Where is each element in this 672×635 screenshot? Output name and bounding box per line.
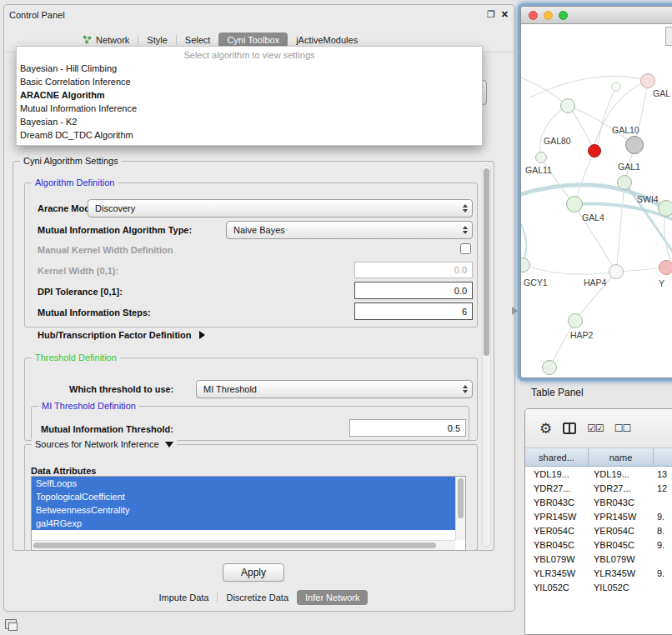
sources-expander[interactable]: Sources for Network Inference [32, 439, 177, 449]
attribute-item[interactable]: BetweennessCentrality [32, 503, 455, 517]
attribute-item[interactable]: TopologicalCoefficient [32, 490, 455, 503]
restore-panel-icon[interactable] [5, 619, 17, 629]
mi-threshold-field[interactable] [349, 419, 466, 437]
gear-icon[interactable]: ⚙ [539, 422, 552, 436]
dropdown-option[interactable]: Bayesian - Hill Climbing [17, 62, 482, 75]
aracne-mode-value: Discovery [95, 203, 135, 213]
settings-scrollbar[interactable] [482, 165, 491, 547]
table-row[interactable]: YDL19... YDL19... 13 [525, 467, 672, 481]
splitter-collapse-handle[interactable] [512, 307, 518, 315]
cell-name: YBL079W [589, 552, 654, 566]
network-node[interactable] [535, 152, 547, 163]
node-label-partial: Y [659, 278, 664, 288]
stepper-arrows-icon [463, 385, 468, 393]
window-close-button[interactable] [529, 11, 538, 20]
threshold-definition-title: Threshold Definition [32, 352, 120, 362]
column-header-name[interactable]: name [589, 448, 654, 466]
table-panel-title: Table Panel [531, 387, 584, 398]
window-zoom-button[interactable] [559, 11, 568, 20]
dpi-tolerance-field[interactable] [354, 282, 473, 299]
tab-infer-network-label: Infer Network [305, 592, 359, 602]
node-label-hap2: HAP2 [570, 330, 593, 340]
mi-algorithm-type-label: Mutual Information Algorithm Type: [38, 225, 192, 235]
table-row[interactable]: YLR345W YLR345W 9. [525, 566, 672, 580]
aracne-mode-select[interactable]: Discovery [88, 199, 473, 218]
dropdown-option[interactable]: Mutual Information Inference [17, 102, 482, 115]
kernel-width-field[interactable] [354, 262, 473, 278]
kernel-width-label: Kernel Width (0,1): [38, 266, 118, 276]
cell-value: 8. [654, 523, 672, 538]
dropdown-option[interactable]: Bayesian - K2 [17, 115, 482, 128]
table-header: shared... name [525, 448, 672, 467]
network-window-focus-ring: GAL80 GAL10 GAL11 GAL1 SWI4 GAL4 GCY1 HA… [518, 3, 672, 381]
tab-discretize-data[interactable]: Discretize Data [218, 590, 297, 605]
network-node-pink[interactable] [640, 73, 655, 88]
dropdown-option[interactable]: Dream8 DC_TDC Algorithm [17, 128, 482, 142]
cell-value [654, 580, 672, 594]
cell-shared-name: YBR043C [525, 495, 589, 509]
columns-icon[interactable] [563, 422, 576, 434]
table-row[interactable]: YER054C YER054C 8. [525, 523, 672, 538]
column-header-partial[interactable] [654, 448, 672, 466]
tab-network-label: Network [96, 35, 129, 45]
list-horizontal-scrollbar[interactable] [32, 540, 455, 550]
tab-impute-data[interactable]: Impute Data [151, 590, 218, 605]
network-toolbar-fragment[interactable] [665, 27, 672, 46]
manual-kernel-label: Manual Kernel Width Definition [38, 245, 173, 255]
network-node-hap4[interactable] [609, 264, 624, 279]
tab-infer-network[interactable]: Infer Network [297, 590, 368, 605]
deselect-all-checkboxes-icon[interactable]: ☐☐ [614, 422, 631, 434]
table-row[interactable]: YBL079W YBL079W [525, 552, 672, 566]
table-row[interactable]: YIL052C YIL052C [525, 580, 672, 594]
cell-name: YDL19... [589, 467, 654, 481]
network-node[interactable] [611, 82, 621, 92]
network-node-selected-red[interactable] [588, 144, 601, 158]
node-label-gal4: GAL4 [582, 212, 604, 222]
dropdown-option-selected[interactable]: ARACNE Algorithm [17, 88, 482, 102]
manual-kernel-checkbox[interactable] [460, 243, 471, 254]
cell-name: YBR045C [589, 538, 654, 552]
network-node-gal1[interactable] [617, 175, 632, 190]
table-row[interactable]: YPR145W YPR145W 9. [525, 509, 672, 523]
node-label-gal11: GAL11 [525, 165, 552, 175]
network-node[interactable] [542, 360, 557, 375]
network-node-gal80[interactable] [560, 98, 575, 113]
select-all-checkboxes-icon[interactable]: ☑☑ [587, 422, 604, 434]
scrollbar-thumb[interactable] [484, 168, 489, 356]
network-canvas[interactable]: GAL80 GAL10 GAL11 GAL1 SWI4 GAL4 GCY1 HA… [521, 24, 672, 378]
expander-collapsed-icon [199, 331, 205, 339]
tab-cyni-toolbox-label: Cyni Toolbox [227, 35, 279, 45]
cell-shared-name: YDR27... [525, 481, 589, 495]
attribute-item[interactable]: SelfLoops [32, 477, 455, 490]
table-panel: ⚙ ☑☑ ☐☐ shared... name YDL19... YDL19...… [524, 408, 672, 635]
cell-shared-name: YIL052C [525, 580, 589, 594]
network-window-titlebar[interactable] [521, 7, 672, 24]
table-row[interactable]: YBR045C YBR045C 9. [525, 538, 672, 552]
scrollbar-thumb[interactable] [458, 478, 464, 518]
network-node-hap2[interactable] [568, 313, 583, 328]
network-node-pink2[interactable] [659, 260, 672, 275]
network-node-gal4[interactable] [566, 196, 583, 212]
close-panel-icon[interactable]: ✕ [501, 9, 509, 20]
network-node-gal10-hub[interactable] [625, 136, 644, 154]
which-threshold-select[interactable]: MI Threshold [196, 380, 473, 398]
network-node-swi4[interactable] [658, 200, 672, 217]
mi-steps-label: Mutual Information Steps: [38, 308, 151, 318]
table-row[interactable]: YDR27... YDR27... 12 [525, 481, 672, 495]
column-header-shared-name[interactable]: shared... [525, 448, 589, 466]
mi-steps-field[interactable] [354, 302, 473, 320]
table-row[interactable]: YBR043C YBR043C [525, 495, 672, 509]
data-attributes-list: SelfLoops TopologicalCoefficient Between… [31, 476, 466, 551]
mi-algorithm-type-value: Naive Bayes [233, 225, 285, 235]
dropdown-option[interactable]: Basic Correlation Inference [17, 75, 482, 88]
list-vertical-scrollbar[interactable] [455, 477, 465, 540]
mi-algorithm-type-select[interactable]: Naive Bayes [226, 221, 473, 239]
scrollbar-thumb[interactable] [33, 542, 436, 548]
cell-value: 9. [654, 509, 672, 523]
window-minimize-button[interactable] [544, 11, 553, 20]
node-label-gal1: GAL1 [618, 162, 640, 172]
apply-button[interactable]: Apply [223, 563, 284, 582]
attribute-item[interactable]: gal4RGexp [32, 517, 455, 530]
hub-definition-expander[interactable]: Hub/Transcription Factor Definition [38, 330, 205, 340]
undock-panel-icon[interactable]: ❐ [487, 9, 495, 20]
